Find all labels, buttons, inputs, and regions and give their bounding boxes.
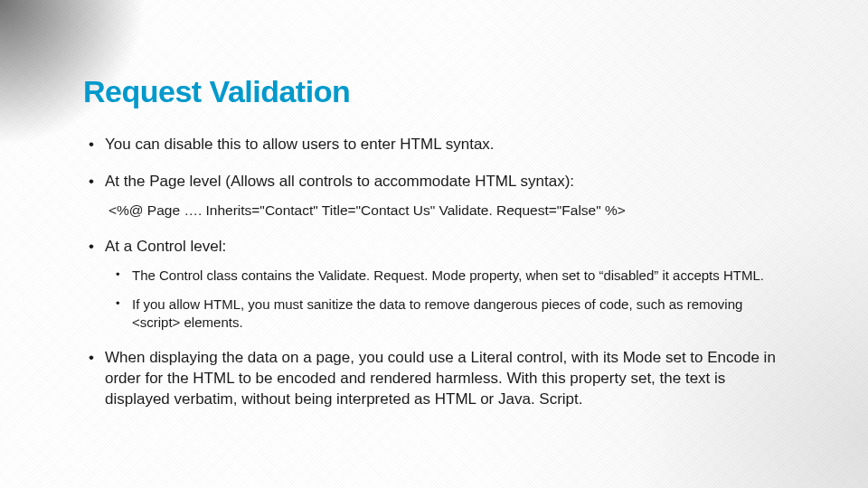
bullet-item: At the Page level (Allows all controls t…	[83, 172, 787, 221]
bullet-text: When displaying the data on a page, you …	[105, 349, 776, 408]
bullet-text: At the Page level (Allows all controls t…	[105, 173, 574, 190]
slide-title: Request Validation	[83, 74, 787, 109]
sub-bullet-list: The Control class contains the Validate.…	[112, 267, 787, 333]
sub-bullet-item: If you allow HTML, you must sanitize the…	[112, 296, 787, 333]
code-snippet: <%@ Page …. Inherits="Contact" Title="Co…	[108, 202, 787, 221]
sub-bullet-item: The Control class contains the Validate.…	[112, 267, 787, 285]
bullet-item: You can disable this to allow users to e…	[83, 135, 787, 155]
slide-content: Request Validation You can disable this …	[0, 0, 868, 410]
bullet-item: At a Control level: The Control class co…	[83, 237, 787, 333]
bullet-text: At a Control level:	[105, 238, 226, 255]
sub-bullet-text: If you allow HTML, you must sanitize the…	[132, 296, 742, 330]
bullet-item: When displaying the data on a page, you …	[83, 348, 787, 410]
bullet-text: You can disable this to allow users to e…	[105, 136, 495, 153]
sub-bullet-text: The Control class contains the Validate.…	[132, 267, 764, 283]
bullet-list: You can disable this to allow users to e…	[83, 135, 787, 410]
